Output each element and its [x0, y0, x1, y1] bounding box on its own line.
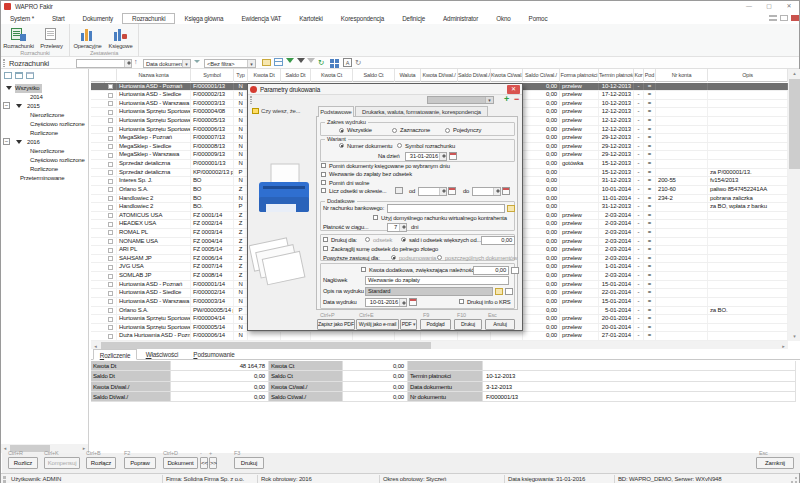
- row-checkbox[interactable]: [108, 299, 113, 304]
- column-header-typ[interactable]: Typ: [234, 69, 248, 82]
- dialog-button-zapisz-jako-pdf[interactable]: Zapisz jako PDF: [317, 319, 355, 330]
- ribbon-button-operacyjne[interactable]: Operacyjne: [71, 25, 104, 49]
- scrollbar-thumb[interactable]: [789, 79, 800, 169]
- tab-drukarka[interactable]: Drukarka, waluta, formatowanie, korespon…: [355, 106, 488, 116]
- wiekszych-od-field[interactable]: 0,00: [481, 236, 515, 245]
- radio-numer-dokumentu[interactable]: [339, 143, 344, 148]
- row-checkbox[interactable]: [108, 239, 113, 244]
- close-view-button[interactable]: Zamknij: [756, 457, 794, 469]
- note-icon[interactable]: [505, 288, 513, 295]
- od-field[interactable]: [418, 187, 447, 196]
- row-checkbox[interactable]: [108, 170, 113, 175]
- filter-edit-icon[interactable]: [194, 60, 201, 67]
- calendar-icon[interactable]: [449, 152, 457, 160]
- row-checkbox[interactable]: [108, 136, 113, 141]
- row-checkbox[interactable]: [108, 222, 113, 227]
- tree-item-rozliczone[interactable]: Rozliczone: [30, 129, 61, 138]
- detail-tab-właściwości[interactable]: Właściwości: [139, 349, 185, 360]
- dialog-button-drukuj[interactable]: Drukuj: [454, 319, 482, 330]
- row-checkbox[interactable]: [108, 101, 113, 106]
- date-spinner[interactable]: [399, 299, 406, 306]
- radio-poszczegolnych[interactable]: [437, 255, 442, 260]
- row-checkbox[interactable]: [108, 187, 113, 192]
- filter-dark-icon[interactable]: [297, 58, 306, 67]
- column-header-kwotaCtWal[interactable]: Kwota Ct/wal./: [491, 69, 523, 82]
- menu-item-system-[interactable]: System *: [1, 14, 43, 23]
- ribbon-button-rozrachunki[interactable]: Rozrachunki: [2, 25, 35, 49]
- row-checkbox[interactable]: [108, 93, 113, 98]
- tree-view-icon-1[interactable]: [4, 72, 12, 79]
- grid-icon[interactable]: [330, 59, 334, 63]
- period-icon[interactable]: [395, 187, 403, 194]
- refresh-green-icon[interactable]: ↻: [318, 58, 327, 67]
- action-button-popraw[interactable]: Popraw: [124, 457, 156, 469]
- action-button-[interactable]: <<: [200, 457, 208, 469]
- row-checkbox[interactable]: [108, 205, 113, 210]
- tab-podstawowe[interactable]: Podstawowe: [318, 106, 354, 117]
- radio-wszystkie[interactable]: [339, 128, 344, 133]
- data-wydruku-field[interactable]: 10-01-2016: [365, 298, 407, 307]
- column-header-kwotaCt[interactable]: Kwota Ct: [311, 69, 353, 82]
- menu-item-ewidencja-vat[interactable]: Ewidencja VAT: [232, 14, 290, 23]
- dialog-title-bar[interactable]: Parametry drukowania ✕: [248, 84, 522, 95]
- row-checkbox[interactable]: [108, 317, 113, 322]
- row-checkbox[interactable]: [108, 265, 113, 270]
- menu-item-okno[interactable]: Okno: [487, 14, 519, 23]
- column-header-symbol[interactable]: Symbol: [191, 69, 234, 82]
- column-header-opis[interactable]: Opis: [708, 69, 788, 82]
- date-spinner[interactable]: [493, 188, 500, 195]
- do-field[interactable]: [472, 187, 501, 196]
- column-header-nrKonta[interactable]: Nr konta: [656, 69, 708, 82]
- column-header-waluta[interactable]: Waluta: [395, 69, 421, 82]
- radio-odsetek[interactable]: [365, 237, 370, 242]
- row-checkbox[interactable]: [108, 162, 113, 167]
- tree-view-icon-2[interactable]: [15, 72, 23, 79]
- row-checkbox[interactable]: [108, 256, 113, 261]
- action-button-rozlicz[interactable]: Rozlicz: [8, 457, 38, 469]
- row-checkbox[interactable]: [108, 248, 113, 253]
- tree-item-rozliczone[interactable]: Rozliczone: [30, 165, 61, 174]
- tree-item-2015[interactable]: 2015: [27, 102, 43, 111]
- action-button-kompensuj[interactable]: Kompensuj: [44, 457, 80, 469]
- row-checkbox[interactable]: [108, 308, 113, 313]
- action-button-[interactable]: >>: [209, 457, 217, 469]
- kwota-dodatkowa-field[interactable]: 0,00: [473, 266, 509, 275]
- action-button-dokument[interactable]: Dokument: [163, 457, 198, 469]
- column-header-termin[interactable]: Termin płatności: [599, 69, 634, 82]
- checkbox-licz-odsetki[interactable]: [321, 188, 326, 193]
- row-checkbox[interactable]: [108, 274, 113, 279]
- menu-item-pomoc[interactable]: Pomoc: [520, 14, 557, 23]
- detail-tab-rozliczenie[interactable]: Rozliczenie: [93, 349, 137, 360]
- column-header-pod[interactable]: Pod: [644, 69, 656, 82]
- na-dzien-field[interactable]: 31-01-2016: [405, 152, 447, 161]
- menu-item-rozrachunki[interactable]: Rozrachunki: [122, 13, 175, 24]
- dialog-button-wy-lij-jako-e-mail[interactable]: Wyślij jako e-mail: [356, 319, 399, 330]
- column-header-saldoCt[interactable]: Saldo Ct: [353, 69, 395, 82]
- panel-icon[interactable]: [780, 15, 788, 21]
- tree-item-2014[interactable]: 2014: [30, 93, 46, 102]
- checkbox-krs[interactable]: [459, 299, 464, 304]
- ribbon-button-księgowe[interactable]: Księgowe: [104, 25, 137, 49]
- column-header-kor[interactable]: Kor: [634, 69, 644, 82]
- calendar-icon[interactable]: [448, 187, 456, 195]
- note-icon[interactable]: [511, 267, 519, 274]
- row-checkbox[interactable]: [108, 325, 113, 330]
- opis-field[interactable]: Standard: [365, 287, 493, 296]
- action-button-drukuj[interactable]: Drukuj: [234, 457, 264, 469]
- row-checkbox[interactable]: [108, 291, 113, 296]
- row-checkbox[interactable]: [108, 110, 113, 115]
- table-row[interactable]: Duża Hurtownia ASD - PoznańF/000006/14N0…: [91, 332, 788, 341]
- radio-pojedynczy[interactable]: [445, 128, 450, 133]
- column-header-forma[interactable]: Forma płatności: [560, 69, 599, 82]
- column-auto-icon[interactable]: A: [343, 58, 352, 67]
- filter-selector[interactable]: <Bez filtra>▾: [204, 59, 256, 68]
- radio-podsumowania[interactable]: [391, 255, 396, 260]
- tree-item-2016[interactable]: 2016: [27, 138, 43, 147]
- filter-green-icon[interactable]: [286, 58, 295, 67]
- tree-item-cz-ciowo-rozliczone[interactable]: Częściowo rozliczone: [30, 156, 88, 165]
- dialog-checkbox[interactable]: [321, 172, 326, 177]
- row-checkbox[interactable]: [108, 153, 113, 158]
- menu-item-korespondencja[interactable]: Korespondencja: [332, 14, 393, 23]
- filter-light-icon[interactable]: [307, 58, 316, 67]
- ribbon-button-przelewy[interactable]: Przelewy: [35, 25, 68, 49]
